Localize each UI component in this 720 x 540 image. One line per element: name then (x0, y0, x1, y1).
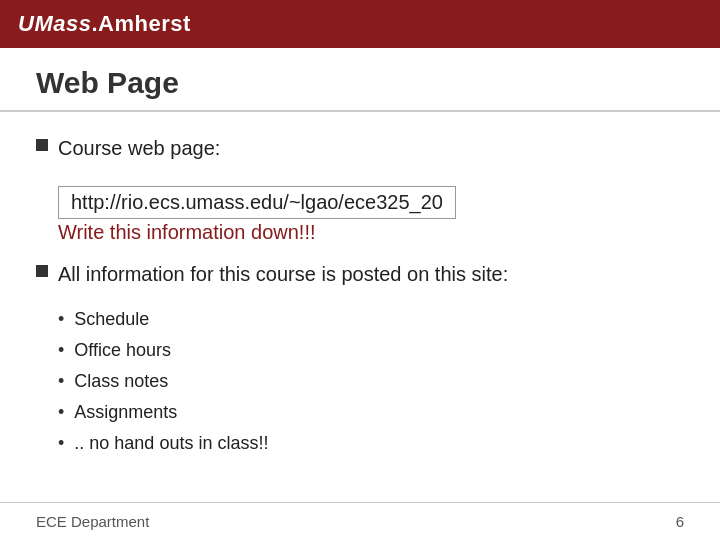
sub-bullet-text-4: Assignments (74, 399, 177, 426)
footer-page-number: 6 (676, 513, 684, 530)
logo-umass: UMass (18, 11, 91, 36)
list-item: • Office hours (58, 337, 684, 364)
bullet-dot-5: • (58, 430, 64, 457)
bullet-dot-4: • (58, 399, 64, 426)
list-item: • .. no hand outs in class!! (58, 430, 684, 457)
bullet-dot-3: • (58, 368, 64, 395)
umass-logo: UMass.Amherst (18, 11, 191, 37)
list-item: • Schedule (58, 306, 684, 333)
main-content: Course web page: http://rio.ecs.umass.ed… (0, 112, 720, 457)
url-box[interactable]: http://rio.ecs.umass.edu/~lgao/ece325_20 (58, 186, 456, 219)
footer: ECE Department 6 (0, 502, 720, 540)
footer-department: ECE Department (36, 513, 149, 530)
section2-bullet: All information for this course is poste… (36, 260, 684, 288)
bullet-square-2 (36, 265, 48, 277)
page-title: Web Page (36, 66, 684, 100)
header-bar: UMass.Amherst (0, 0, 720, 48)
sub-bullets-list: • Schedule • Office hours • Class notes … (58, 306, 684, 457)
sub-bullet-text-5: .. no hand outs in class!! (74, 430, 268, 457)
section1-bullet: Course web page: (36, 134, 684, 162)
list-item: • Assignments (58, 399, 684, 426)
logo-amherst: Amherst (98, 11, 191, 36)
section2-label: All information for this course is poste… (58, 260, 508, 288)
sub-bullet-text-3: Class notes (74, 368, 168, 395)
bullet-dot-1: • (58, 306, 64, 333)
section1-label: Course web page: (58, 134, 220, 162)
bullet-square-1 (36, 139, 48, 151)
list-item: • Class notes (58, 368, 684, 395)
sub-bullet-text-1: Schedule (74, 306, 149, 333)
title-area: Web Page (0, 48, 720, 112)
sub-bullet-text-2: Office hours (74, 337, 171, 364)
bullet-dot-2: • (58, 337, 64, 364)
write-down-text: Write this information down!!! (58, 221, 684, 244)
